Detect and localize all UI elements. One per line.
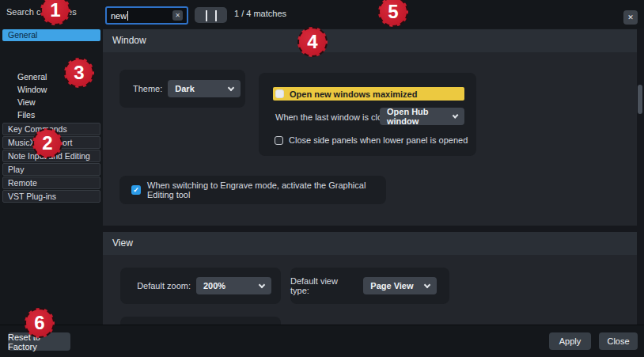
annotation-marker-2: 2	[32, 128, 63, 158]
engrave-checkbox-checked[interactable]: ✓	[131, 185, 141, 195]
window-section-body: Theme: Dark Open new windows maximized W…	[103, 52, 637, 226]
view-type-dropdown[interactable]: Page View	[363, 277, 437, 294]
default-zoom-card: Default zoom: 200%	[120, 268, 281, 304]
engrave-option-card: ✓ When switching to Engrave mode, activa…	[119, 176, 386, 204]
annotation-marker-4: 4	[297, 27, 328, 57]
vertical-scrollbar-thumb[interactable]	[638, 85, 642, 114]
theme-value: Dark	[175, 84, 194, 93]
window-section-header: Window	[103, 29, 637, 52]
view-type-label: Default view type:	[290, 276, 358, 295]
view-section-body: Default zoom: 200% Default view type: Pa…	[103, 255, 637, 325]
sidebar-item-remote[interactable]: Remote	[2, 177, 100, 189]
text-caret	[127, 11, 128, 21]
sidebar-item-play[interactable]: Play	[2, 163, 100, 176]
view-type-value: Page View	[370, 281, 413, 291]
sidebar-item-vst-plugins[interactable]: VST Plug-ins	[2, 190, 100, 203]
sidebar-subitem-files[interactable]: Files	[2, 108, 100, 121]
maximized-checkbox[interactable]	[275, 89, 284, 98]
window-options-card: Open new windows maximized When the last…	[259, 73, 476, 156]
theme-card: Theme: Dark	[119, 70, 245, 108]
close-icon: ✕	[627, 13, 634, 21]
chevron-down-icon	[228, 84, 234, 90]
annotation-marker-3: 3	[64, 58, 94, 88]
chevron-right-icon	[215, 10, 217, 21]
last-window-closed-dropdown[interactable]: Open Hub window	[380, 108, 464, 125]
top-bar: Search categories new ✕ 1 / 4 matches ✕	[0, 0, 644, 28]
default-zoom-dropdown[interactable]: 200%	[196, 277, 271, 294]
annotation-marker-6: 6	[25, 308, 55, 338]
sidebar-item-general-selected[interactable]: General	[2, 29, 100, 41]
next-match-button[interactable]	[215, 10, 218, 20]
theme-dropdown[interactable]: Dark	[168, 80, 241, 97]
theme-label: Theme:	[133, 84, 162, 93]
partially-visible-card	[120, 317, 281, 325]
preferences-dialog: Search categories new ✕ 1 / 4 matches ✕ …	[0, 0, 644, 357]
match-count-text: 1 / 4 matches	[234, 9, 286, 18]
maximized-option-row-highlighted: Open new windows maximized	[273, 87, 464, 101]
match-navigation-group	[195, 7, 227, 23]
default-zoom-label: Default zoom:	[137, 281, 191, 291]
sidebar-subitem-view[interactable]: View	[2, 96, 100, 108]
chevron-left-icon	[206, 10, 207, 21]
view-section-header: View	[103, 232, 637, 255]
side-panels-checkbox[interactable]	[275, 136, 283, 145]
default-zoom-value: 200%	[203, 281, 225, 291]
close-button[interactable]: Close	[599, 332, 638, 350]
bottom-bar: Reset to Factory Apply Close	[0, 325, 644, 357]
clear-search-icon[interactable]: ✕	[172, 10, 183, 21]
engrave-checkbox-label: When switching to Engrave mode, activate…	[147, 180, 386, 199]
view-type-card: Default view type: Page View	[290, 268, 449, 304]
side-panels-checkbox-label: Close side panels when lower panel is op…	[289, 135, 468, 145]
settings-panel: Window Theme: Dark Open new windows maxi…	[103, 28, 637, 325]
close-dialog-button[interactable]: ✕	[623, 10, 638, 25]
side-panels-option-row: Close side panels when lower panel is op…	[275, 135, 468, 145]
last-window-closed-value: Open Hub window	[387, 107, 453, 126]
chevron-down-icon	[259, 281, 265, 287]
chevron-down-icon	[424, 281, 430, 287]
apply-button[interactable]: Apply	[549, 332, 591, 350]
maximized-checkbox-label: Open new windows maximized	[290, 89, 417, 99]
previous-match-button[interactable]	[204, 10, 207, 20]
search-input[interactable]: new ✕	[105, 6, 188, 25]
search-input-value: new	[111, 11, 127, 21]
